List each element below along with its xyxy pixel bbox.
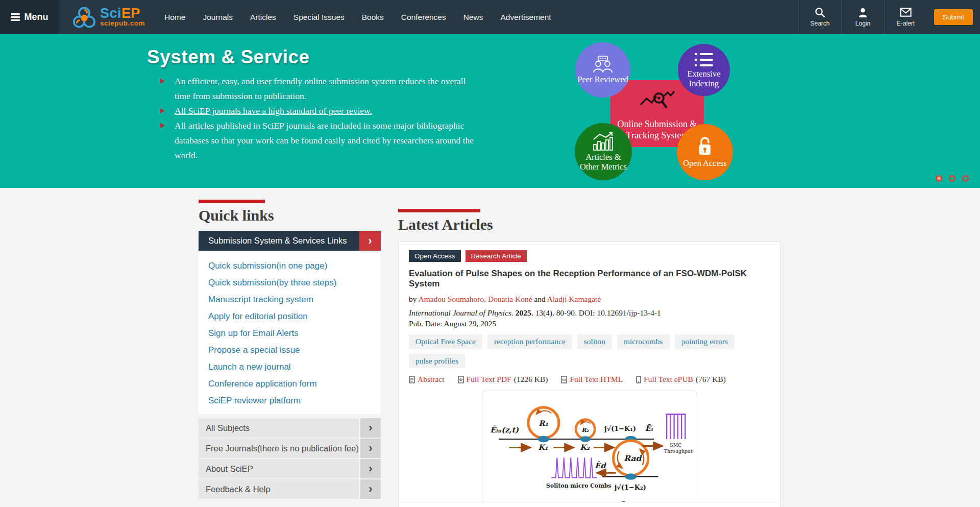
- pdf-size: (1226 KB): [514, 375, 548, 384]
- nav-advertisement[interactable]: Advertisement: [501, 13, 551, 22]
- open-lock-icon: [696, 136, 714, 157]
- badges-row: Open Access Research Article: [409, 250, 770, 262]
- diagram-node-open-access-label: Open Access: [683, 158, 727, 168]
- accordion-about-sciep[interactable]: About SciEP ›: [199, 459, 381, 478]
- link-email-alerts[interactable]: Sign up for Email Alerts: [199, 325, 381, 342]
- nav-news[interactable]: News: [463, 13, 483, 22]
- nav-books[interactable]: Books: [362, 13, 384, 22]
- main-nav: Home Journals Articles Special Issues Bo…: [164, 0, 551, 34]
- keyword-chip[interactable]: microcombs: [617, 334, 670, 349]
- link-quick-submission-one-page[interactable]: Quick submission(in one page): [199, 257, 381, 274]
- quick-links-heading: Quick links: [199, 207, 381, 224]
- keyword-chip[interactable]: soliton: [577, 334, 612, 349]
- link-launch-journal[interactable]: Launch a new journal: [199, 358, 381, 375]
- journal-year: 2025: [513, 308, 531, 317]
- logo-ep: EP: [121, 6, 140, 21]
- author-link[interactable]: Amadou Soumahoro: [419, 295, 484, 303]
- journal-citation: International Journal of Physics. 2025, …: [409, 308, 770, 318]
- logo-sci: Sci: [100, 6, 121, 21]
- latest-articles-heading: Latest Articles: [398, 216, 781, 233]
- carousel-dot-3[interactable]: [962, 175, 969, 182]
- carousel-dot-2[interactable]: [949, 175, 955, 182]
- quick-links-panel: Quick submission(in one page) Quick subm…: [199, 251, 381, 414]
- carousel-dot-1[interactable]: [936, 175, 942, 182]
- article-authors: by Amadou Soumahoro, Douatia Koné and Al…: [409, 295, 770, 304]
- figure-label-throughput: Throughput: [664, 448, 693, 454]
- ealert-label: E-alert: [897, 20, 915, 27]
- next-article-card-partial: [398, 502, 781, 507]
- fulltext-epub-link[interactable]: Full Text ePUB: [644, 375, 693, 384]
- pdf-icon: [458, 376, 464, 383]
- keyword-chip[interactable]: Optical Free Space: [409, 334, 482, 349]
- hero-bullet: All SciEP journals have a high standard …: [159, 104, 482, 118]
- nav-conferences[interactable]: Conferences: [401, 13, 446, 22]
- link-manuscript-tracking[interactable]: Manuscript tracking system: [199, 291, 381, 308]
- fulltext-pdf-link[interactable]: Full Text PDF: [467, 375, 511, 384]
- nav-home[interactable]: Home: [164, 13, 185, 22]
- open-access-badge: Open Access: [409, 250, 461, 262]
- abstract-link[interactable]: Abstract: [418, 375, 445, 384]
- link-propose-special-issue[interactable]: Propose a special issue: [199, 342, 381, 358]
- figure-label-coupling-bottom: j√(1−K₂): [614, 484, 646, 491]
- figure-label-input: Ēᵢₙ(z,t): [490, 425, 519, 434]
- keyword-chip[interactable]: pointing errors: [675, 334, 735, 349]
- submission-links-header[interactable]: Submission System & Services Links ›: [199, 231, 381, 251]
- epub-phone-icon: [636, 376, 641, 383]
- logo-icon: [72, 6, 96, 29]
- author-link[interactable]: Aladji Kamagaté: [547, 295, 601, 303]
- chevron-right-icon: ›: [359, 439, 381, 458]
- submit-button[interactable]: Submit: [934, 9, 973, 25]
- diagram-node-indexing: Extensive Indexing: [678, 44, 730, 96]
- chevron-right-icon: ›: [359, 459, 381, 478]
- diagram-node-metrics: Articles & Other Metrics: [575, 123, 632, 180]
- search-button[interactable]: Search: [798, 0, 841, 34]
- nav-journals[interactable]: Journals: [203, 13, 233, 22]
- keywords-row: Optical Free Space reception performance…: [409, 334, 770, 368]
- keyword-chip[interactable]: reception performance: [487, 334, 572, 349]
- link-apply-editorial[interactable]: Apply for editorial position: [199, 308, 381, 325]
- chevron-right-icon: ›: [359, 418, 381, 438]
- search-icon: [815, 7, 825, 18]
- nav-articles[interactable]: Articles: [250, 13, 276, 22]
- accordion-free-journals[interactable]: Free Journals(there is no publication fe…: [199, 439, 381, 458]
- diagram-node-peer: Peer Reviewed: [575, 42, 630, 98]
- abstract-doc-icon: [409, 376, 415, 383]
- article-figure: Ēᵢₙ(z,t) R₁ R₂ K₁ K₂: [482, 391, 697, 507]
- figure-label-et: Ēₜ: [645, 424, 654, 432]
- nav-special-issues[interactable]: Special Issues: [293, 13, 345, 22]
- keyword-chip[interactable]: pulse profiles: [409, 354, 465, 368]
- link-reviewer-platform[interactable]: SciEP reviewer platform: [199, 392, 381, 409]
- envelope-icon: [900, 7, 912, 18]
- author-link[interactable]: Douatia Koné: [488, 295, 532, 303]
- authors-separator: and: [532, 295, 547, 303]
- link-conference-application[interactable]: Conference application form: [199, 375, 381, 392]
- search-label: Search: [810, 20, 829, 27]
- authors-prefix: by: [409, 295, 419, 303]
- accordion-list: All Subjects › Free Journals(there is no…: [199, 418, 381, 499]
- accordion-feedback-help[interactable]: Feedback & Help ›: [199, 479, 381, 499]
- link-quick-submission-three-steps[interactable]: Quick submission(by three steps): [199, 274, 381, 291]
- publication-date: Pub. Date: August 29, 2025: [409, 319, 770, 328]
- metrics-chart-icon: [592, 132, 615, 151]
- epub-size: (767 KB): [696, 375, 726, 384]
- fulltext-html-link[interactable]: Full Text HTML: [570, 375, 623, 384]
- accordion-all-subjects[interactable]: All Subjects ›: [199, 418, 381, 438]
- hero-banner: System & Service An efficient, easy, and…: [0, 34, 980, 188]
- ealert-button[interactable]: E-alert: [884, 0, 927, 34]
- article-title[interactable]: Evaluation of Pulse Shapes on the Recept…: [409, 269, 770, 289]
- submission-links-header-label: Submission System & Services Links: [199, 231, 359, 251]
- journal-citation-rest: , 13(4), 80-90. DOI: 10.12691/ijp-13-4-1: [531, 308, 661, 317]
- hamburger-icon: [11, 13, 20, 21]
- login-label: Login: [855, 20, 870, 27]
- quick-links-column: Quick links Submission System & Services…: [199, 200, 381, 500]
- site-logo[interactable]: SciEP sciepub.com: [72, 0, 145, 34]
- tracking-chart-icon: [640, 89, 675, 110]
- figure-label-r1: R₁: [539, 419, 548, 427]
- page-content: Quick links Submission System & Services…: [0, 188, 980, 507]
- menu-button[interactable]: Menu: [0, 0, 59, 34]
- logo-text: SciEP sciepub.com: [100, 7, 145, 27]
- hero-bullet: An efficient, easy, and user friendly on…: [159, 74, 482, 104]
- login-button[interactable]: Login: [841, 0, 884, 34]
- accordion-label: Feedback & Help: [199, 479, 359, 499]
- diagram-node-metrics-label: Articles & Other Metrics: [578, 152, 629, 172]
